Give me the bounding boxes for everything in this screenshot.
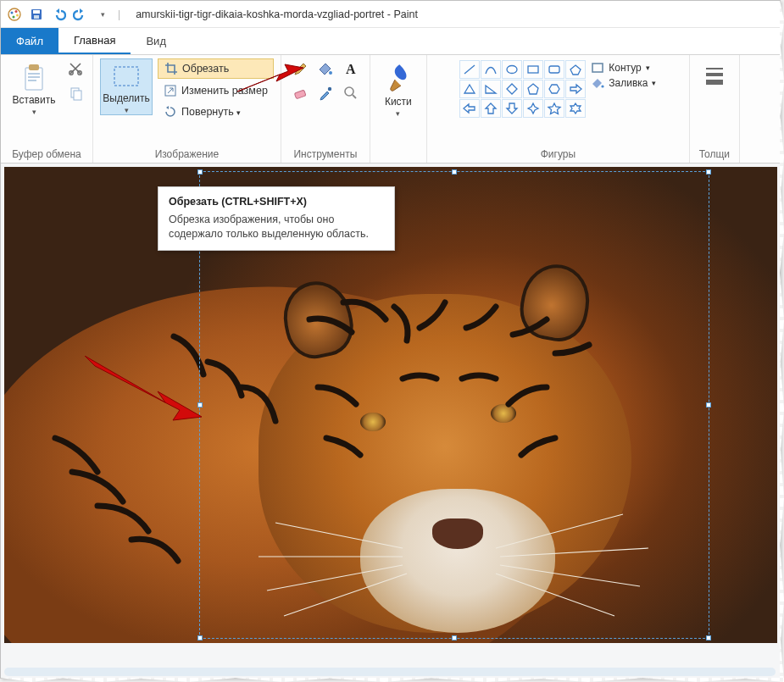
svg-point-22 [345, 87, 353, 96]
torn-edge-bottom [0, 678, 784, 682]
svg-rect-10 [28, 73, 40, 75]
svg-rect-7 [34, 15, 39, 19]
shape-star4[interactable] [523, 99, 543, 118]
shape-triangle[interactable] [459, 80, 480, 98]
save-icon[interactable] [28, 6, 45, 23]
shape-polygon[interactable] [565, 60, 586, 79]
shape-outline-button[interactable]: Контур▾ [591, 62, 656, 74]
svg-point-27 [602, 85, 604, 87]
shape-arrow-left[interactable] [459, 99, 480, 118]
svg-rect-11 [28, 76, 40, 78]
svg-rect-29 [706, 73, 723, 76]
tab-home[interactable]: Главная [58, 28, 131, 54]
svg-rect-12 [28, 80, 36, 81]
chevron-down-icon: ▾ [646, 64, 650, 72]
shape-right-triangle[interactable] [481, 80, 501, 98]
qat-separator: | [118, 8, 120, 20]
group-size: Толщи [690, 55, 740, 163]
svg-point-0 [8, 8, 20, 20]
redo-icon[interactable] [72, 6, 89, 23]
svg-point-2 [15, 10, 18, 13]
svg-point-23 [507, 66, 517, 74]
copy-icon[interactable] [65, 84, 86, 107]
svg-point-1 [11, 11, 14, 14]
shape-line[interactable] [459, 60, 480, 79]
group-brushes: Кисти ▾ [370, 55, 427, 163]
svg-rect-30 [706, 80, 723, 85]
shape-arrow-down[interactable] [502, 99, 522, 118]
shape-rect[interactable] [523, 60, 543, 79]
shape-curve[interactable] [481, 60, 501, 79]
undo-icon[interactable] [50, 6, 67, 23]
app-icon [6, 6, 23, 23]
chevron-down-icon: ▾ [125, 106, 129, 114]
svg-rect-6 [33, 10, 40, 14]
torn-edge-right [780, 0, 784, 682]
title-bar: ▾ | amurskii-tigr-tigr-dikaia-koshka-mor… [1, 1, 780, 28]
magnifier-tool-icon[interactable] [339, 82, 363, 104]
shape-hexagon[interactable] [544, 80, 564, 98]
ribbon: Вставить ▾ Буфер обмена Выд [1, 55, 780, 164]
svg-point-3 [16, 14, 19, 16]
group-clipboard: Вставить ▾ Буфер обмена [1, 55, 93, 163]
group-shapes: Контур▾ Заливка▾ Фигуры [427, 55, 690, 163]
ribbon-tabs: Файл Главная Вид [1, 28, 780, 55]
tooltip-crop: Обрезать (CTRL+SHIFT+X) Обрезка изображе… [158, 186, 395, 251]
svg-point-4 [13, 15, 15, 18]
svg-rect-26 [592, 64, 603, 72]
group-label-size: Толщи [699, 146, 730, 161]
window-title: amurskii-tigr-tigr-dikaia-koshka-morda-v… [136, 8, 418, 20]
paste-button[interactable]: Вставить ▾ [8, 58, 60, 117]
select-button[interactable]: Выделить ▾ [100, 58, 153, 115]
svg-rect-16 [74, 91, 81, 100]
shape-fill-button[interactable]: Заливка▾ [591, 77, 656, 89]
annotation-arrow-2 [85, 356, 203, 426]
svg-rect-25 [549, 66, 559, 73]
shape-diamond[interactable] [502, 80, 522, 98]
brushes-button[interactable]: Кисти ▾ [377, 58, 420, 119]
shape-star6[interactable] [565, 99, 586, 118]
svg-rect-28 [706, 68, 723, 69]
svg-point-19 [329, 71, 332, 75]
color-picker-tool-icon[interactable] [314, 82, 337, 104]
svg-rect-24 [528, 66, 538, 73]
shape-oval[interactable] [502, 60, 522, 79]
cut-icon[interactable] [65, 58, 86, 81]
shape-arrow-up[interactable] [481, 99, 501, 118]
group-label-clipboard: Буфер обмена [12, 146, 81, 161]
selection-handle-nw[interactable] [197, 169, 203, 175]
qat-customize-icon[interactable]: ▾ [94, 6, 111, 23]
chevron-down-icon: ▾ [32, 108, 36, 116]
text-tool-icon[interactable]: A [339, 58, 363, 80]
shape-pentagon[interactable] [523, 80, 543, 98]
selection-handle-e[interactable] [706, 402, 711, 408]
size-button[interactable] [697, 58, 732, 91]
selection-handle-n[interactable] [452, 169, 457, 175]
horizontal-scrollbar[interactable] [4, 668, 776, 676]
tooltip-body: Обрезка изображения, чтобы оно содержало… [169, 213, 384, 241]
tab-view[interactable]: Вид [131, 28, 181, 54]
paint-window: ▾ | amurskii-tigr-tigr-dikaia-koshka-mor… [0, 0, 781, 679]
annotation-arrow-1 [237, 63, 305, 99]
group-label-tools: Инструменты [293, 146, 357, 161]
svg-rect-8 [25, 68, 42, 90]
tooltip-title: Обрезать (CTRL+SHIFT+X) [169, 196, 384, 208]
selection-handle-ne[interactable] [706, 169, 711, 175]
quick-access-toolbar: ▾ | [6, 6, 122, 23]
chevron-down-icon: ▾ [236, 108, 241, 117]
shape-round-rect[interactable] [544, 60, 564, 79]
chevron-down-icon: ▾ [652, 79, 656, 87]
shape-arrow-right[interactable] [565, 80, 586, 98]
svg-point-21 [328, 87, 331, 91]
selection-handle-se[interactable] [706, 635, 711, 640]
group-label-shapes: Фигуры [541, 146, 575, 161]
tab-file[interactable]: Файл [1, 28, 58, 54]
svg-rect-9 [29, 64, 39, 70]
shape-gallery[interactable] [459, 60, 586, 118]
chevron-down-icon: ▾ [396, 109, 400, 118]
selection-handle-s[interactable] [452, 635, 457, 640]
fill-tool-icon[interactable] [314, 58, 337, 80]
selection-handle-sw[interactable] [197, 635, 203, 640]
shape-star5[interactable] [544, 99, 564, 118]
rotate-button[interactable]: Повернуть ▾ [158, 103, 274, 121]
